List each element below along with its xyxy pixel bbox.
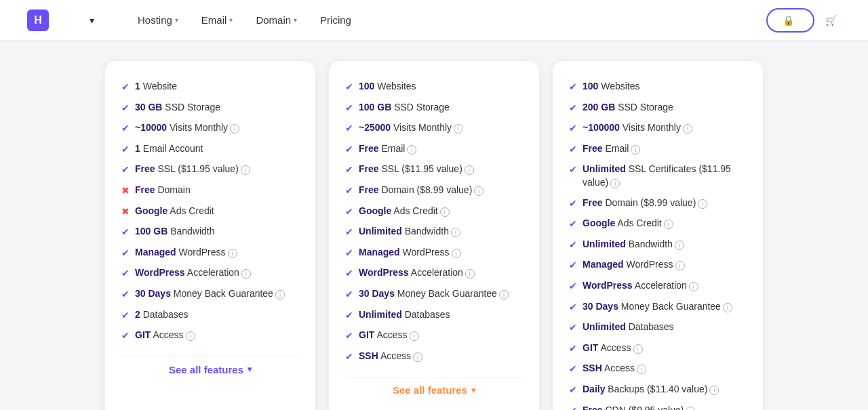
nav-domain-label: Domain xyxy=(256,14,291,26)
info-icon[interactable]: i xyxy=(610,179,620,188)
check-icon: ✔ xyxy=(121,163,130,177)
list-item: ✔Free Domain ($8.99 value)i xyxy=(569,197,747,211)
cross-icon: ✖ xyxy=(121,205,130,219)
logo[interactable]: H xyxy=(27,9,54,31)
list-item: ✔~25000 Visits Monthlyi xyxy=(345,121,523,136)
feature-text: 30 Days Money Back Guaranteei xyxy=(583,300,732,314)
list-item: ✔30 GB SSD Storage xyxy=(121,101,299,115)
check-icon: ✔ xyxy=(345,329,353,343)
check-icon: ✔ xyxy=(569,197,577,211)
info-icon[interactable]: i xyxy=(451,228,460,237)
nav-right: 🔒 🛒 xyxy=(766,8,841,33)
info-icon[interactable]: i xyxy=(686,407,695,411)
list-item: ✔Unlimited Databases xyxy=(569,321,747,335)
list-item: ✔Managed WordPressi xyxy=(345,246,523,260)
check-icon: ✔ xyxy=(121,329,130,343)
check-icon: ✔ xyxy=(345,122,353,136)
info-icon[interactable]: i xyxy=(454,124,463,134)
info-icon[interactable]: i xyxy=(709,386,719,395)
check-icon: ✔ xyxy=(569,102,577,115)
lock-icon: 🔒 xyxy=(783,15,794,26)
check-icon: ✔ xyxy=(121,247,130,260)
list-item: ✔Managed WordPressi xyxy=(121,246,299,260)
info-icon[interactable]: i xyxy=(465,165,474,175)
list-item: ✔Free Emaili xyxy=(345,142,523,157)
feature-text: Managed WordPressi xyxy=(359,246,461,260)
language-selector[interactable]: ▾ xyxy=(81,15,94,26)
info-icon[interactable]: i xyxy=(186,331,195,341)
feature-text: 200 GB SSD Storage xyxy=(583,101,673,115)
info-icon[interactable]: i xyxy=(410,331,419,341)
see-all-premium-button[interactable]: See all features ▾ xyxy=(345,377,523,403)
feature-text: Unlimited Databases xyxy=(359,308,450,322)
info-icon[interactable]: i xyxy=(230,124,239,134)
list-item: ✔SSH Accessi xyxy=(569,362,747,376)
info-icon[interactable]: i xyxy=(633,344,643,354)
list-item: ✔100 Websites xyxy=(569,80,747,94)
email-chevron-icon: ▾ xyxy=(229,16,233,24)
nav-pricing[interactable]: Pricing xyxy=(311,9,361,31)
info-icon[interactable]: i xyxy=(637,365,646,374)
info-icon[interactable]: i xyxy=(474,186,484,196)
info-icon[interactable]: i xyxy=(723,303,732,312)
check-icon: ✔ xyxy=(345,81,353,94)
check-icon: ✔ xyxy=(569,342,577,356)
info-icon[interactable]: i xyxy=(241,165,250,175)
list-item: ✔30 Days Money Back Guaranteei xyxy=(569,300,747,314)
info-icon[interactable]: i xyxy=(675,241,684,250)
list-item: ✔2 Databases xyxy=(121,308,299,323)
check-icon: ✔ xyxy=(121,143,130,157)
domain-chevron-icon: ▾ xyxy=(294,16,297,24)
check-icon: ✔ xyxy=(569,81,577,94)
login-button[interactable]: 🔒 xyxy=(766,8,814,33)
info-icon[interactable]: i xyxy=(407,145,416,155)
see-all-single-button[interactable]: See all features ▾ xyxy=(121,356,299,382)
nav-email[interactable]: Email ▾ xyxy=(192,9,243,31)
check-icon: ✔ xyxy=(569,259,577,272)
info-icon[interactable]: i xyxy=(631,145,640,155)
list-item: ✔GIT Accessi xyxy=(345,329,523,343)
nav-hosting[interactable]: Hosting ▾ xyxy=(128,9,188,31)
list-item: ✔Unlimited Bandwidthi xyxy=(345,225,523,239)
list-item: ✔1 Email Account xyxy=(121,142,299,157)
check-icon: ✔ xyxy=(569,280,577,293)
list-item: ✔WordPress Accelerationi xyxy=(345,266,523,281)
feature-text: Unlimited Bandwidthi xyxy=(583,238,684,251)
check-icon: ✔ xyxy=(345,163,353,177)
plan-business-card: ✔100 Websites✔200 GB SSD Storage✔~100000… xyxy=(553,61,763,410)
info-icon[interactable]: i xyxy=(275,290,285,300)
list-item: ✔Free Emaili xyxy=(569,142,747,157)
info-icon[interactable]: i xyxy=(440,207,450,217)
feature-text: Free CDN ($9.95 value)i xyxy=(583,404,695,411)
plan-business-features: ✔100 Websites✔200 GB SSD Storage✔~100000… xyxy=(569,80,747,410)
nav-domain[interactable]: Domain ▾ xyxy=(246,9,307,31)
info-icon[interactable]: i xyxy=(413,352,422,362)
pricing-section: ✔1 Website✔30 GB SSD Storage✔~10000 Visi… xyxy=(0,41,868,410)
list-item: ✔Free Domain ($8.99 value)i xyxy=(345,184,523,198)
info-icon[interactable]: i xyxy=(683,124,692,134)
feature-text: Free SSL ($11.95 value)i xyxy=(359,163,474,176)
info-icon[interactable]: i xyxy=(465,269,475,279)
feature-text: Google Ads Crediti xyxy=(359,205,450,218)
check-icon: ✔ xyxy=(345,226,353,239)
feature-text: WordPress Accelerationi xyxy=(135,266,251,280)
check-icon: ✔ xyxy=(569,163,577,177)
info-icon[interactable]: i xyxy=(241,269,251,279)
list-item: ✔WordPress Accelerationi xyxy=(121,266,299,281)
info-icon[interactable]: i xyxy=(499,290,509,300)
info-icon[interactable]: i xyxy=(228,249,237,258)
info-icon[interactable]: i xyxy=(689,282,698,291)
info-icon[interactable]: i xyxy=(698,199,707,209)
check-icon: ✔ xyxy=(569,301,577,314)
feature-text: 30 Days Money Back Guaranteei xyxy=(359,287,509,301)
info-icon[interactable]: i xyxy=(452,249,461,258)
feature-text: Free SSL ($11.95 value)i xyxy=(135,163,250,176)
list-item: ✔30 Days Money Back Guaranteei xyxy=(345,287,523,302)
navbar: H ▾ Hosting ▾ Email ▾ Domain ▾ Pricing 🔒… xyxy=(0,0,868,41)
check-icon: ✔ xyxy=(121,226,130,239)
plan-single-features: ✔1 Website✔30 GB SSD Storage✔~10000 Visi… xyxy=(121,80,299,343)
info-icon[interactable]: i xyxy=(675,261,685,270)
cart-button[interactable]: 🛒 xyxy=(825,15,841,26)
feature-text: Free Emaili xyxy=(359,142,416,156)
info-icon[interactable]: i xyxy=(664,220,673,229)
